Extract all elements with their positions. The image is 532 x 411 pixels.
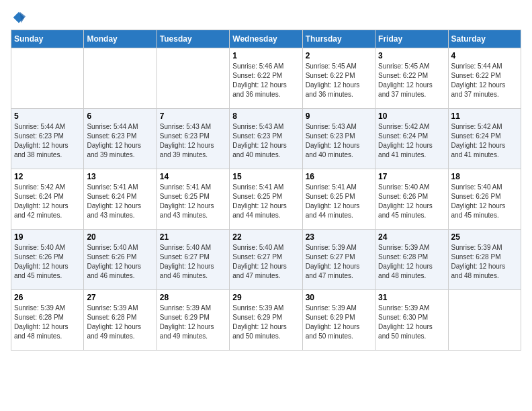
- calendar-day-4: 4Sunrise: 5:44 AMSunset: 6:22 PMDaylight…: [448, 48, 521, 109]
- calendar-day-11: 11Sunrise: 5:42 AMSunset: 6:24 PMDayligh…: [448, 109, 521, 169]
- day-sun-info: Sunrise: 5:40 AMSunset: 6:27 PMDaylight:…: [160, 243, 226, 281]
- weekday-header-wednesday: Wednesday: [230, 30, 302, 48]
- day-sun-info: Sunrise: 5:41 AMSunset: 6:25 PMDaylight:…: [160, 183, 226, 220]
- day-number: 2: [306, 51, 372, 60]
- day-sun-info: Sunrise: 5:42 AMSunset: 6:24 PMDaylight:…: [14, 183, 81, 220]
- day-sun-info: Sunrise: 5:45 AMSunset: 6:22 PMDaylight:…: [378, 62, 445, 99]
- calendar-day-22: 22Sunrise: 5:40 AMSunset: 6:27 PMDayligh…: [230, 230, 302, 290]
- calendar-day-20: 20Sunrise: 5:40 AMSunset: 6:26 PMDayligh…: [84, 230, 157, 290]
- calendar-day-25: 25Sunrise: 5:39 AMSunset: 6:28 PMDayligh…: [448, 230, 521, 290]
- calendar-day-1: 1Sunrise: 5:46 AMSunset: 6:22 PMDaylight…: [230, 48, 302, 109]
- day-number: 21: [160, 232, 226, 242]
- day-number: 20: [87, 232, 153, 242]
- day-sun-info: Sunrise: 5:44 AMSunset: 6:23 PMDaylight:…: [14, 122, 81, 160]
- day-number: 10: [378, 111, 445, 121]
- day-number: 6: [87, 111, 153, 121]
- day-sun-info: Sunrise: 5:40 AMSunset: 6:26 PMDaylight:…: [451, 183, 518, 220]
- calendar-day-16: 16Sunrise: 5:41 AMSunset: 6:25 PMDayligh…: [302, 169, 375, 230]
- day-sun-info: Sunrise: 5:43 AMSunset: 6:23 PMDaylight:…: [306, 122, 372, 160]
- calendar-day-31: 31Sunrise: 5:39 AMSunset: 6:30 PMDayligh…: [375, 290, 448, 351]
- day-sun-info: Sunrise: 5:43 AMSunset: 6:23 PMDaylight:…: [160, 122, 226, 160]
- day-sun-info: Sunrise: 5:40 AMSunset: 6:27 PMDaylight:…: [232, 243, 299, 281]
- day-sun-info: Sunrise: 5:39 AMSunset: 6:29 PMDaylight:…: [232, 304, 299, 341]
- header: [11, 11, 521, 24]
- day-number: 24: [378, 232, 445, 242]
- day-number: 12: [14, 172, 81, 181]
- weekday-header-tuesday: Tuesday: [157, 30, 229, 48]
- weekday-header-thursday: Thursday: [302, 30, 375, 48]
- day-number: 11: [451, 111, 518, 121]
- weekday-header-monday: Monday: [84, 30, 157, 48]
- day-sun-info: Sunrise: 5:40 AMSunset: 6:26 PMDaylight:…: [87, 243, 153, 281]
- day-sun-info: Sunrise: 5:39 AMSunset: 6:29 PMDaylight:…: [160, 304, 226, 341]
- calendar-day-7: 7Sunrise: 5:43 AMSunset: 6:23 PMDaylight…: [157, 109, 229, 169]
- calendar-week-row: 12Sunrise: 5:42 AMSunset: 6:24 PMDayligh…: [11, 169, 521, 230]
- day-number: 1: [232, 51, 299, 60]
- day-number: 30: [306, 293, 372, 302]
- day-number: 18: [451, 172, 518, 181]
- calendar-day-9: 9Sunrise: 5:43 AMSunset: 6:23 PMDaylight…: [302, 109, 375, 169]
- day-number: 13: [87, 172, 153, 181]
- calendar-day-3: 3Sunrise: 5:45 AMSunset: 6:22 PMDaylight…: [375, 48, 448, 109]
- svg-marker-1: [20, 12, 26, 24]
- day-number: 27: [87, 293, 153, 302]
- day-number: 22: [232, 232, 299, 242]
- calendar-week-row: 26Sunrise: 5:39 AMSunset: 6:28 PMDayligh…: [11, 290, 521, 351]
- day-number: 17: [378, 172, 445, 181]
- calendar-day-26: 26Sunrise: 5:39 AMSunset: 6:28 PMDayligh…: [11, 290, 84, 351]
- calendar-day-8: 8Sunrise: 5:43 AMSunset: 6:23 PMDaylight…: [230, 109, 302, 169]
- day-sun-info: Sunrise: 5:39 AMSunset: 6:28 PMDaylight:…: [378, 243, 445, 281]
- day-number: 25: [451, 232, 518, 242]
- calendar-day-23: 23Sunrise: 5:39 AMSunset: 6:27 PMDayligh…: [302, 230, 375, 290]
- day-number: 23: [306, 232, 372, 242]
- day-number: 3: [378, 51, 445, 60]
- day-sun-info: Sunrise: 5:45 AMSunset: 6:22 PMDaylight:…: [306, 62, 372, 99]
- calendar-day-18: 18Sunrise: 5:40 AMSunset: 6:26 PMDayligh…: [448, 169, 521, 230]
- calendar-day-14: 14Sunrise: 5:41 AMSunset: 6:25 PMDayligh…: [157, 169, 229, 230]
- day-sun-info: Sunrise: 5:41 AMSunset: 6:25 PMDaylight:…: [232, 183, 299, 220]
- calendar-day-10: 10Sunrise: 5:42 AMSunset: 6:24 PMDayligh…: [375, 109, 448, 169]
- day-number: 16: [306, 172, 372, 181]
- calendar-day-13: 13Sunrise: 5:41 AMSunset: 6:24 PMDayligh…: [84, 169, 157, 230]
- weekday-header-friday: Friday: [375, 30, 448, 48]
- calendar-day-5: 5Sunrise: 5:44 AMSunset: 6:23 PMDaylight…: [11, 109, 84, 169]
- day-sun-info: Sunrise: 5:39 AMSunset: 6:28 PMDaylight:…: [87, 304, 153, 341]
- day-sun-info: Sunrise: 5:39 AMSunset: 6:28 PMDaylight:…: [451, 243, 518, 281]
- calendar-empty-cell: [84, 48, 157, 109]
- calendar-week-row: 19Sunrise: 5:40 AMSunset: 6:26 PMDayligh…: [11, 230, 521, 290]
- calendar-day-19: 19Sunrise: 5:40 AMSunset: 6:26 PMDayligh…: [11, 230, 84, 290]
- day-number: 29: [232, 293, 299, 302]
- day-sun-info: Sunrise: 5:39 AMSunset: 6:27 PMDaylight:…: [306, 243, 372, 281]
- logo: [11, 11, 26, 24]
- weekday-header-sunday: Sunday: [11, 30, 84, 48]
- day-number: 4: [451, 51, 518, 60]
- calendar-day-28: 28Sunrise: 5:39 AMSunset: 6:29 PMDayligh…: [157, 290, 229, 351]
- calendar-day-30: 30Sunrise: 5:39 AMSunset: 6:29 PMDayligh…: [302, 290, 375, 351]
- day-number: 19: [14, 232, 81, 242]
- calendar-day-17: 17Sunrise: 5:40 AMSunset: 6:26 PMDayligh…: [375, 169, 448, 230]
- day-sun-info: Sunrise: 5:39 AMSunset: 6:30 PMDaylight:…: [378, 304, 445, 341]
- calendar-table: SundayMondayTuesdayWednesdayThursdayFrid…: [11, 30, 521, 351]
- day-sun-info: Sunrise: 5:40 AMSunset: 6:26 PMDaylight:…: [378, 183, 445, 220]
- calendar-day-29: 29Sunrise: 5:39 AMSunset: 6:29 PMDayligh…: [230, 290, 302, 351]
- day-number: 5: [14, 111, 81, 121]
- day-number: 9: [306, 111, 372, 121]
- day-sun-info: Sunrise: 5:40 AMSunset: 6:26 PMDaylight:…: [14, 243, 81, 281]
- calendar-day-6: 6Sunrise: 5:44 AMSunset: 6:23 PMDaylight…: [84, 109, 157, 169]
- day-sun-info: Sunrise: 5:39 AMSunset: 6:28 PMDaylight:…: [14, 304, 81, 341]
- day-sun-info: Sunrise: 5:42 AMSunset: 6:24 PMDaylight:…: [451, 122, 518, 160]
- day-sun-info: Sunrise: 5:44 AMSunset: 6:22 PMDaylight:…: [451, 62, 518, 99]
- calendar-empty-cell: [157, 48, 229, 109]
- calendar-day-21: 21Sunrise: 5:40 AMSunset: 6:27 PMDayligh…: [157, 230, 229, 290]
- calendar-empty-cell: [11, 48, 84, 109]
- weekday-header-row: SundayMondayTuesdayWednesdayThursdayFrid…: [11, 30, 521, 48]
- calendar-day-2: 2Sunrise: 5:45 AMSunset: 6:22 PMDaylight…: [302, 48, 375, 109]
- day-number: 8: [232, 111, 299, 121]
- day-number: 28: [160, 293, 226, 302]
- day-sun-info: Sunrise: 5:39 AMSunset: 6:29 PMDaylight:…: [306, 304, 372, 341]
- calendar-day-24: 24Sunrise: 5:39 AMSunset: 6:28 PMDayligh…: [375, 230, 448, 290]
- calendar-day-12: 12Sunrise: 5:42 AMSunset: 6:24 PMDayligh…: [11, 169, 84, 230]
- day-sun-info: Sunrise: 5:46 AMSunset: 6:22 PMDaylight:…: [232, 62, 299, 99]
- calendar-empty-cell: [448, 290, 521, 351]
- day-number: 26: [14, 293, 81, 302]
